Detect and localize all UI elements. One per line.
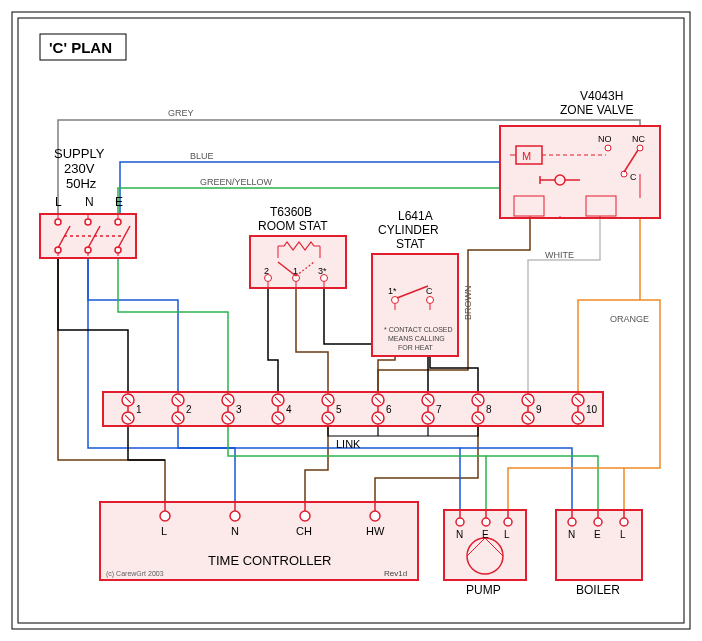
svg-point-6	[85, 219, 91, 225]
svg-text:2: 2	[264, 266, 269, 276]
svg-text:MEANS CALLING: MEANS CALLING	[388, 335, 445, 342]
cyl-stat-model: L641A	[398, 209, 433, 223]
junction-terminal-10: 10	[586, 404, 598, 415]
junction-terminal-2: 2	[186, 404, 192, 415]
svg-point-3	[55, 219, 61, 225]
svg-text:CH: CH	[296, 525, 312, 537]
svg-text:E: E	[594, 529, 601, 540]
supply-label: SUPPLY	[54, 146, 105, 161]
supply-voltage: 230V	[64, 161, 95, 176]
svg-text:L: L	[504, 529, 510, 540]
junction-terminal-8: 8	[486, 404, 492, 415]
svg-point-23	[605, 145, 611, 151]
svg-text:NC: NC	[632, 134, 645, 144]
wire-label-grey: GREY	[168, 108, 194, 118]
diagram-title: 'C' PLAN	[49, 39, 112, 56]
supply-term-e: E	[115, 195, 123, 209]
svg-point-144	[370, 511, 380, 521]
svg-point-164	[568, 518, 576, 526]
svg-text:NO: NO	[598, 134, 612, 144]
svg-point-57	[427, 297, 434, 304]
svg-text:3*: 3*	[318, 266, 327, 276]
junction-terminal-6: 6	[386, 404, 392, 415]
svg-text:1: 1	[293, 266, 298, 276]
svg-text:L: L	[161, 525, 167, 537]
boiler-label: BOILER	[576, 583, 620, 597]
junction-terminal-7: 7	[436, 404, 442, 415]
svg-point-166	[594, 518, 602, 526]
svg-point-142	[300, 511, 310, 521]
svg-text:Rev1d: Rev1d	[384, 569, 407, 578]
cylinder-stat: 1* C * CONTACT CLOSED MEANS CALLING FOR …	[372, 254, 458, 356]
zone-valve-label: ZONE VALVE	[560, 103, 634, 117]
junction-terminal-4: 4	[286, 404, 292, 415]
pump: N E L	[444, 510, 526, 580]
svg-point-154	[456, 518, 464, 526]
wire-supply-l-tc-l	[58, 256, 165, 503]
boiler: N E L	[556, 510, 642, 580]
svg-point-9	[115, 219, 121, 225]
room-stat-model: T6360B	[270, 205, 312, 219]
svg-text:FOR HEAT: FOR HEAT	[398, 344, 434, 351]
junction-terminal-9: 9	[536, 404, 542, 415]
svg-text:M: M	[522, 150, 531, 162]
supply-frequency: 50Hz	[66, 176, 97, 191]
junction-strip: 12345678910	[103, 392, 603, 426]
svg-text:N: N	[568, 529, 575, 540]
wire-label-green-yellow: GREEN/YELLOW	[200, 177, 273, 187]
wiring-diagram: 'C' PLAN	[0, 0, 702, 641]
zone-valve-model: V4043H	[580, 89, 623, 103]
svg-text:N: N	[231, 525, 239, 537]
svg-text:L: L	[620, 529, 626, 540]
svg-text:HW: HW	[366, 525, 385, 537]
svg-text:(c) CarewGrt 2003: (c) CarewGrt 2003	[106, 570, 164, 578]
wire-label-brown: BROWN	[463, 286, 473, 321]
cyl-stat-label1: CYLINDER	[378, 223, 439, 237]
junction-terminal-5: 5	[336, 404, 342, 415]
supply-switch	[40, 214, 136, 258]
room-stat-label: ROOM STAT	[258, 219, 328, 233]
svg-point-156	[482, 518, 490, 526]
wire-label-orange: ORANGE	[610, 314, 649, 324]
supply-term-n: N	[85, 195, 94, 209]
wire-label-blue: BLUE	[190, 151, 214, 161]
pump-label: PUMP	[466, 583, 501, 597]
time-controller: TIME CONTROLLER L N CH HW (c) CarewGrt 2…	[100, 502, 418, 580]
svg-point-140	[230, 511, 240, 521]
svg-point-138	[160, 511, 170, 521]
svg-point-168	[620, 518, 628, 526]
room-stat: 2 1 3*	[250, 236, 346, 288]
junction-terminal-1: 1	[136, 404, 142, 415]
svg-text:N: N	[456, 529, 463, 540]
svg-text:C: C	[426, 286, 433, 296]
cyl-stat-label2: STAT	[396, 237, 426, 251]
svg-point-158	[504, 518, 512, 526]
junction-terminal-3: 3	[236, 404, 242, 415]
supply-term-l: L	[55, 195, 62, 209]
svg-text:1*: 1*	[388, 286, 397, 296]
wire-label-white: WHITE	[545, 250, 574, 260]
junction-link-label: LINK	[336, 438, 361, 450]
svg-text:E: E	[482, 529, 489, 540]
svg-text:* CONTACT CLOSED: * CONTACT CLOSED	[384, 326, 453, 333]
zone-valve: M NO NC C	[500, 126, 660, 218]
svg-text:C: C	[630, 172, 637, 182]
time-controller-label: TIME CONTROLLER	[208, 553, 332, 568]
